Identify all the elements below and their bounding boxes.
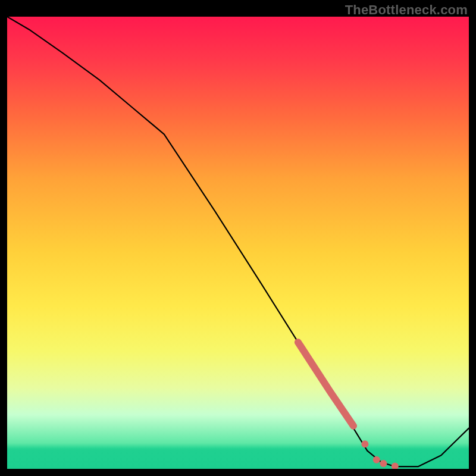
bottleneck-curve — [7, 17, 469, 466]
chart-svg — [7, 17, 469, 469]
plot-area — [7, 17, 469, 469]
marker-dot — [380, 460, 387, 467]
marker-dot — [361, 440, 368, 447]
highlight-dots — [361, 440, 398, 469]
chart-container: TheBottleneck.com — [0, 0, 476, 476]
marker-dot — [392, 462, 399, 469]
highlight-segment — [298, 342, 353, 426]
watermark-text: TheBottleneck.com — [345, 2, 468, 18]
marker-dot — [373, 456, 380, 464]
